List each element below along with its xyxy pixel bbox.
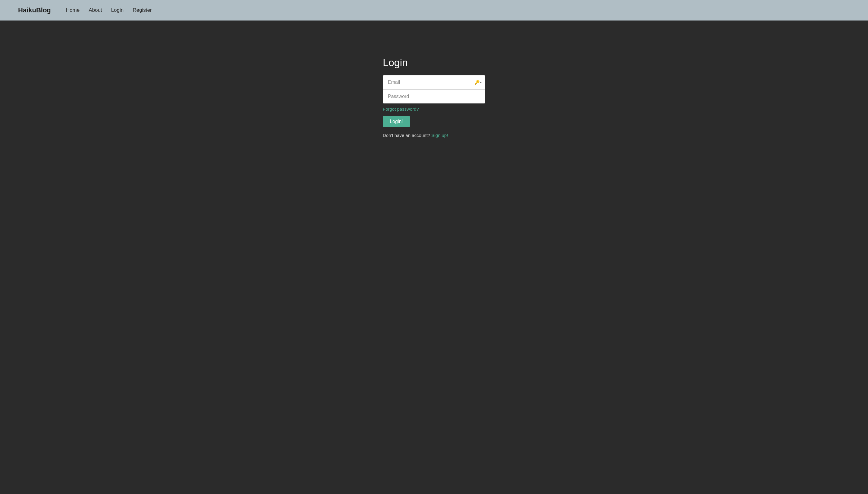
email-field[interactable]: [383, 75, 485, 90]
signup-link[interactable]: Sign up!: [431, 133, 448, 138]
forgot-password-link[interactable]: Forgot password?: [383, 107, 485, 112]
signup-text: Don't have an account? Sign up!: [383, 133, 485, 138]
navbar-links: Home About Login Register: [66, 7, 152, 13]
nav-item-about: About: [88, 7, 102, 13]
navbar-brand[interactable]: HaikuBlog: [18, 6, 51, 14]
email-wrapper: 🔑▾: [383, 75, 485, 90]
navbar: HaikuBlog Home About Login Register: [0, 0, 868, 20]
main-content: Login 🔑▾ Forgot password? Login: [0, 20, 868, 494]
nav-link-login[interactable]: Login: [111, 7, 124, 13]
chevron-down-icon: ▾: [480, 81, 481, 84]
password-field[interactable]: [383, 90, 485, 103]
nav-link-home[interactable]: Home: [66, 7, 80, 13]
login-container: Login 🔑▾ Forgot password? Login: [383, 57, 485, 138]
nav-link-register[interactable]: Register: [133, 7, 152, 13]
nav-link-about[interactable]: About: [88, 7, 102, 13]
nav-item-login: Login: [111, 7, 124, 13]
login-form: 🔑▾ Forgot password? Login! Don't have an…: [383, 75, 485, 138]
login-button-wrapper: Login!: [383, 112, 485, 127]
nav-item-home: Home: [66, 7, 80, 13]
login-button[interactable]: Login!: [383, 116, 410, 127]
password-wrapper: [383, 90, 485, 103]
nav-item-register: Register: [133, 7, 152, 13]
key-autofill-icon[interactable]: 🔑▾: [474, 80, 481, 85]
login-title: Login: [383, 57, 485, 69]
no-account-label: Don't have an account?: [383, 133, 430, 138]
input-group: 🔑▾: [383, 75, 485, 103]
